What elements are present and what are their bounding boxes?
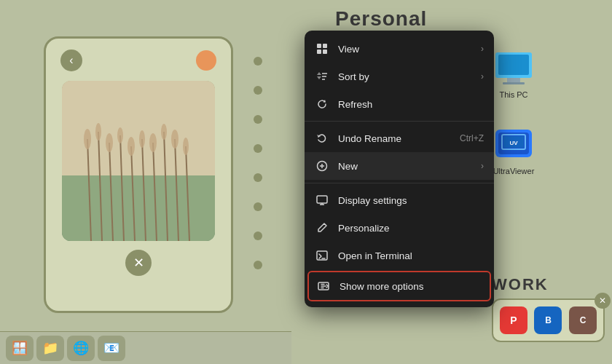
dot-5 [254,173,262,182]
widget-back-button[interactable]: ‹ [60,50,82,71]
svg-rect-1 [62,175,215,241]
desktop: Personal ‹ [0,0,612,364]
svg-text:UV: UV [509,140,518,146]
show-more-icon [316,279,331,293]
work-app-c[interactable]: C [569,306,597,334]
menu-divider-2 [305,183,494,183]
ultraviewer-label: UltraViewer [493,167,535,175]
work-close-button[interactable]: ✕ [595,293,611,309]
svg-point-18 [149,133,157,152]
widget-circle [196,50,216,71]
svg-point-21 [183,138,189,155]
undo-icon [315,131,329,146]
menu-item-view[interactable]: View › [305,35,494,63]
svg-point-19 [161,124,167,140]
dot-1 [254,57,262,66]
this-pc-icon-box [492,47,536,87]
sort-icon [315,69,329,84]
sort-arrow: › [481,71,484,82]
svg-rect-41 [317,196,327,203]
taskbar-files-button[interactable]: 📁 [36,336,64,361]
work-app-b[interactable]: B [534,306,562,334]
undo-rename-shortcut: Ctrl+Z [460,133,484,143]
menu-divider-1 [305,121,494,122]
show-more-options-label: Show more options [340,281,482,292]
menu-item-personalize[interactable]: Personalize [305,214,494,242]
dot-6 [254,202,262,211]
refresh-label: Refresh [338,99,484,110]
svg-point-20 [171,130,178,149]
menu-item-open-terminal[interactable]: Open in Terminal [305,242,494,269]
terminal-icon [315,248,329,263]
open-terminal-label: Open in Terminal [338,250,484,261]
svg-point-15 [117,127,123,143]
this-pc-icon[interactable]: This PC [492,47,536,99]
dot-8 [254,261,262,269]
new-label: New [338,161,472,172]
widget-image-svg [62,81,215,241]
work-box: ✕ P B C [492,298,605,342]
view-icon [315,41,329,56]
menu-item-display-settings[interactable]: Display settings [305,186,494,214]
display-settings-label: Display settings [338,195,484,206]
svg-rect-25 [503,82,525,84]
svg-rect-31 [317,44,321,48]
taskbar-browser-button[interactable]: 🌐 [67,336,95,361]
personalize-label: Personalize [338,223,484,234]
dot-4 [254,144,262,153]
work-app-p[interactable]: P [500,306,527,334]
svg-rect-32 [323,44,327,48]
left-widget: ‹ [44,36,233,313]
svg-rect-0 [62,81,215,175]
ultraviewer-icon-box: UV [492,124,536,164]
svg-point-17 [139,130,145,148]
personal-label: Personal [335,7,427,31]
svg-rect-33 [317,50,321,54]
svg-rect-24 [507,78,520,82]
svg-rect-34 [323,50,327,54]
pen-icon [315,221,329,235]
undo-rename-label: Undo Rename [338,133,451,144]
widget-close-button[interactable]: ✕ [125,250,152,276]
svg-point-14 [106,133,113,152]
view-label: View [338,44,472,55]
new-icon [315,159,329,173]
widget-image [62,81,215,241]
this-pc-label: This PC [499,90,527,99]
taskbar-windows-button[interactable]: 🪟 [6,336,34,361]
menu-item-new[interactable]: New › [305,152,494,180]
svg-rect-23 [498,55,529,75]
refresh-icon [315,97,329,111]
menu-item-show-more-options[interactable]: Show more options [307,271,491,301]
widget-header: ‹ [53,46,224,75]
svg-point-13 [95,123,101,141]
taskbar: 🪟 📁 🌐 📧 [0,331,291,364]
svg-point-12 [84,129,91,149]
menu-item-refresh[interactable]: Refresh [305,90,494,118]
this-pc-svg [494,51,533,84]
menu-item-undo-rename[interactable]: Undo Rename Ctrl+Z [305,124,494,152]
dot-2 [254,86,262,95]
view-arrow: › [481,44,484,54]
sort-by-label: Sort by [338,71,472,82]
menu-item-sort-by[interactable]: Sort by › [305,63,494,90]
svg-point-16 [128,137,135,156]
taskbar-mail-button[interactable]: 📧 [98,336,125,361]
ultraviewer-svg: UV [495,129,533,159]
context-menu: View › Sort by › [305,31,494,307]
widget-image-inner [62,81,215,241]
dot-7 [254,232,262,240]
dot-3 [254,115,262,124]
work-label: WORK [492,275,605,294]
new-arrow: › [481,161,484,171]
ultraviewer-icon[interactable]: UV UltraViewer [492,124,536,175]
work-section: WORK ✕ P B C [492,275,605,342]
display-icon [315,193,329,207]
